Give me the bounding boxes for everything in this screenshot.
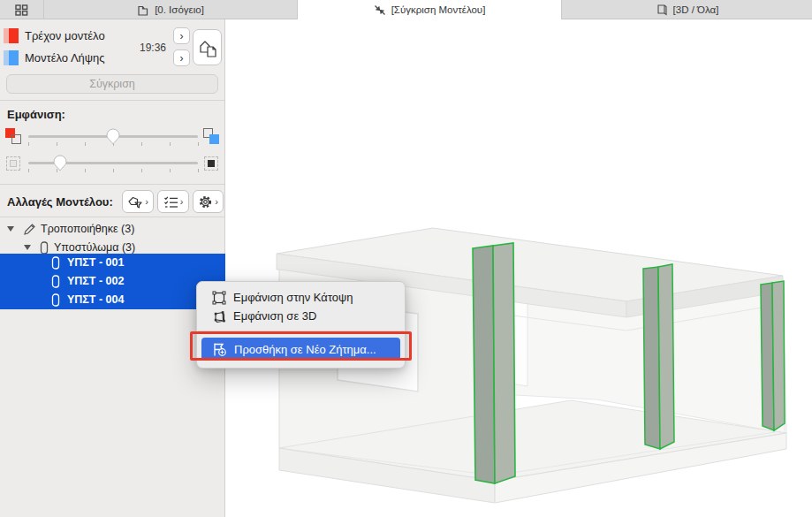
chevron-right-icon: › [180, 197, 184, 207]
tab-label: [0. Ισόγειο] [155, 4, 204, 15]
highlighted-column-3[interactable] [761, 281, 785, 430]
two-color-models-icon [203, 128, 221, 146]
changes-section-label: Αλλαγές Μοντέλου: [7, 195, 113, 209]
chevron-right-icon: › [180, 53, 184, 64]
tree-row-ypst-001[interactable]: ΥΠΣΤ - 001 [0, 254, 225, 272]
column-icon [51, 275, 60, 288]
chevron-right-icon: › [215, 197, 218, 207]
cube-marquee-icon [212, 309, 226, 323]
fetched-model-options-button[interactable]: › [173, 49, 190, 66]
tab-3d-all[interactable]: [3D / Όλα] [562, 0, 812, 19]
colored-models-icon [5, 128, 23, 146]
tab-floor-plan[interactable]: [0. Ισόγειο] [44, 0, 298, 19]
unchanged-visibility-slider [0, 155, 224, 178]
tree-row-modified[interactable]: Τροποποιήθηκε (3) [0, 220, 224, 239]
3d-viewport[interactable] [225, 19, 812, 517]
choose-models-button[interactable] [193, 29, 222, 65]
solid-elements-icon [203, 155, 221, 172]
display-section-label: Εμφάνιση: [7, 108, 65, 121]
compare-button[interactable]: Σύγκριση [6, 74, 218, 94]
model-compare-window: [0. Ισόγειο] [Σύγκριση Μοντέλου] [3D / Ό… [0, 0, 812, 517]
column-icon [51, 256, 60, 270]
tree-row-ypst-002[interactable]: ΥΠΣΤ - 002 [0, 272, 225, 291]
change-list-button[interactable]: › [157, 190, 189, 213]
checklist-icon [163, 195, 178, 209]
grid-icon [15, 4, 28, 16]
column-icon [40, 241, 49, 255]
building-model [225, 19, 812, 517]
tab-model-compare[interactable]: [Σύγκριση Μοντέλου] [298, 0, 562, 19]
current-model-options-button[interactable]: › [173, 27, 190, 44]
chevron-right-icon: › [180, 31, 184, 42]
pencil-icon [23, 223, 36, 236]
outline-square [11, 134, 21, 144]
divider [0, 100, 224, 101]
divider [0, 217, 224, 217]
filter-model-icon [127, 194, 143, 209]
model-compare-icon [198, 37, 217, 58]
compare-arrows-icon [374, 4, 386, 16]
menu-item-show-in-3d[interactable]: Εμφάνιση σε 3D [197, 307, 405, 325]
menu-item-label: Εμφάνιση σε 3D [233, 309, 316, 323]
filter-changes-button[interactable]: › [122, 190, 154, 213]
tab-label: [Σύγκριση Μοντέλου] [391, 4, 486, 15]
model-timestamp: 19:36 [129, 42, 166, 54]
current-model-color-swatch [4, 28, 19, 43]
chevron-right-icon: › [145, 197, 148, 207]
compare-button-label: Σύγκριση [89, 78, 135, 90]
caret-down-icon[interactable] [24, 245, 31, 250]
highlighted-column-2[interactable] [643, 264, 674, 449]
cube-icon [656, 4, 668, 16]
compare-settings-button[interactable]: › [193, 190, 224, 213]
blue-square [209, 134, 219, 144]
menu-item-show-in-plan[interactable]: Εμφάνιση στην Κάτοψη [197, 288, 405, 307]
fetched-model-label: Μοντέλο Λήψης [25, 51, 105, 65]
fetched-model-color-swatch [4, 50, 19, 65]
compare-sidebar: Τρέχον μοντέλο Μοντέλο Λήψης 19:36 › › Σ… [0, 19, 225, 517]
model-color-slider [0, 128, 224, 151]
slider-thumb[interactable] [53, 155, 67, 171]
current-model-label: Τρέχον μοντέλο [25, 29, 105, 42]
floor-plan-icon [137, 4, 149, 16]
divider [0, 184, 224, 185]
slider-thumb[interactable] [106, 128, 120, 145]
column-icon [51, 293, 60, 307]
current-model-row: Τρέχον μοντέλο [4, 27, 105, 44]
window-layout-button[interactable] [0, 0, 44, 19]
red-highlight-annotation [190, 331, 412, 361]
highlighted-column-1[interactable] [473, 243, 515, 483]
menu-item-label: Εμφάνιση στην Κάτοψη [233, 291, 353, 304]
fetched-model-row: Μοντέλο Λήψης [4, 49, 105, 66]
tree-row-ypst-004[interactable]: ΥΠΣΤ - 004 [0, 291, 225, 309]
tab-label: [3D / Όλα] [673, 4, 719, 15]
tab-bar: [0. Ισόγειο] [Σύγκριση Μοντέλου] [3D / Ό… [0, 0, 812, 19]
gear-icon [198, 194, 213, 209]
caret-down-icon[interactable] [7, 226, 14, 232]
marquee-icon [212, 291, 226, 305]
hidden-elements-icon [5, 155, 23, 172]
